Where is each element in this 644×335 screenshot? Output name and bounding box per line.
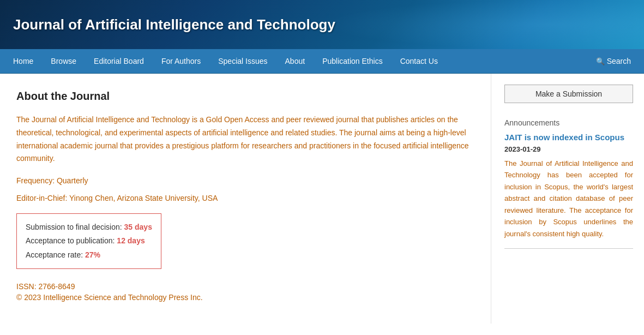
nav-search[interactable]: 🔍 Search xyxy=(587,49,640,73)
nav-contact-us[interactable]: Contact Us xyxy=(392,49,447,73)
nav-editorial-board[interactable]: Editorial Board xyxy=(85,49,153,73)
nav-publication-ethics[interactable]: Publication Ethics xyxy=(314,49,392,73)
acceptance-pub-label: Acceptance to publication: xyxy=(26,236,115,245)
page-heading: About the Journal xyxy=(16,90,469,103)
search-icon: 🔍 xyxy=(596,57,605,65)
acceptance-pub-value: 12 days xyxy=(117,236,145,245)
nav-special-issues[interactable]: Special Issues xyxy=(209,49,276,73)
submit-button[interactable]: Make a Submission xyxy=(504,85,633,103)
site-title: Journal of Artificial Intelligence and T… xyxy=(13,16,335,33)
editor-line: Editor-in-Chief: Yinong Chen, Arizona St… xyxy=(16,194,469,202)
issn-value: 2766-8649 xyxy=(38,282,75,291)
copyright-line: © 2023 Intelligence Science and Technolo… xyxy=(16,293,469,302)
stats-box: Submission to final decision: 35 days Ac… xyxy=(16,213,161,269)
submission-label: Submission to final decision: xyxy=(26,223,122,231)
main-nav: Home Browse Editorial Board For Authors … xyxy=(0,49,644,74)
editor-label: Editor-in-Chief: xyxy=(16,194,67,202)
acceptance-rate-value: 27% xyxy=(85,250,100,259)
announcement-date: 2023-01-29 xyxy=(504,145,633,153)
frequency-value: Quarterly xyxy=(57,176,88,185)
sidebar: Make a Submission Announcements JAIT is … xyxy=(491,74,644,324)
nav-home[interactable]: Home xyxy=(4,49,42,73)
announcements-label: Announcements xyxy=(504,118,633,127)
frequency-label: Frequency: xyxy=(16,176,57,185)
nav-for-authors[interactable]: For Authors xyxy=(153,49,209,73)
editor-value: Yinong Chen, Arizona State University, U… xyxy=(69,194,218,202)
sidebar-divider xyxy=(504,248,633,249)
nav-browse[interactable]: Browse xyxy=(42,49,85,73)
header-banner: Journal of Artificial Intelligence and T… xyxy=(0,0,644,49)
search-label: Search xyxy=(607,57,631,65)
stats-submission: Submission to final decision: 35 days xyxy=(26,220,152,234)
announcement-title[interactable]: JAIT is now indexed in Scopus xyxy=(504,133,633,142)
submission-value: 35 days xyxy=(124,223,152,231)
acceptance-rate-label: Acceptance rate: xyxy=(26,250,83,259)
stats-acceptance-rate: Acceptance rate: 27% xyxy=(26,248,152,262)
main-content: About the Journal The Journal of Artific… xyxy=(0,74,491,324)
page-layout: About the Journal The Journal of Artific… xyxy=(0,74,644,324)
issn-label: ISSN: xyxy=(16,282,37,291)
announcement-text: The Journal of Artificial Intelligence a… xyxy=(504,158,633,240)
nav-about[interactable]: About xyxy=(276,49,314,73)
journal-description: The Journal of Artificial Intelligence a… xyxy=(16,113,469,165)
frequency-line: Frequency: Quarterly xyxy=(16,176,469,185)
issn-line: ISSN: 2766-8649 xyxy=(16,282,469,291)
stats-acceptance-pub: Acceptance to publication: 12 days xyxy=(26,234,152,248)
